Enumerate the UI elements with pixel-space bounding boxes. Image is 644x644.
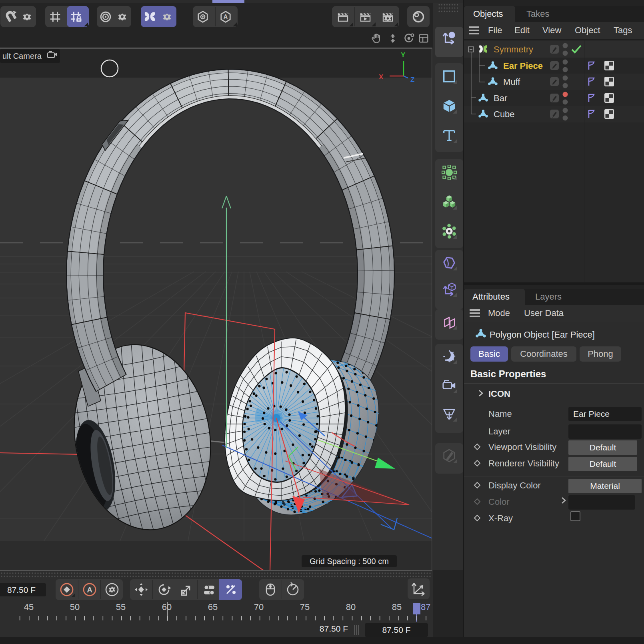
svg-text:X: X xyxy=(379,73,384,81)
svg-text:A: A xyxy=(87,586,92,594)
svg-text:Grid Spacing : 500 cm: Grid Spacing : 500 cm xyxy=(310,557,389,566)
svg-text:Y: Y xyxy=(401,51,406,59)
svg-text:Z: Z xyxy=(410,76,414,84)
svg-text:ult Camera: ult Camera xyxy=(2,52,42,60)
svg-text:A: A xyxy=(223,14,228,20)
